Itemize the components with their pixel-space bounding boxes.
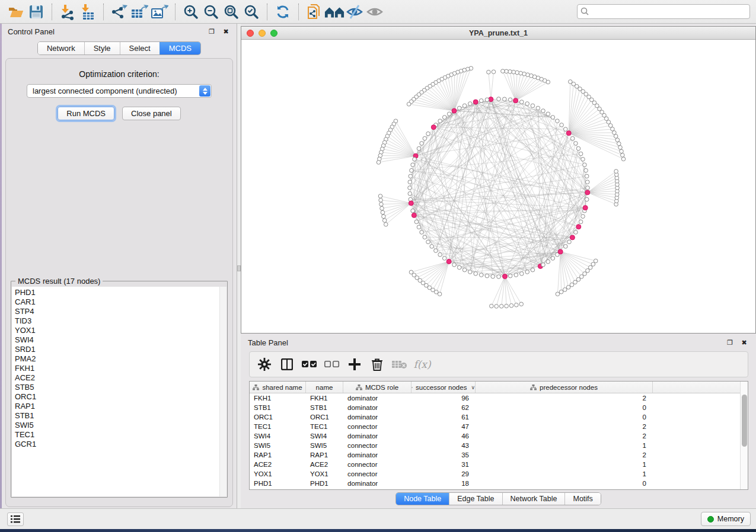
cell: 43 — [412, 441, 476, 450]
mcds-result-item[interactable]: CAR1 — [15, 297, 219, 307]
table-scrollbar-thumb[interactable] — [742, 395, 747, 447]
cell: STB1 — [250, 403, 306, 412]
zoom-fit-icon[interactable] — [221, 2, 241, 21]
panel-menu-button[interactable] — [7, 512, 24, 526]
control-panel-title: Control Panel — [8, 27, 202, 36]
show-column-panel-icon[interactable] — [276, 354, 298, 375]
optimization-criterion-dropdown[interactable]: largest connected component (undirected) — [27, 84, 212, 98]
cell: connector — [343, 441, 412, 450]
table-row[interactable]: PHD1PHD1dominator180 — [250, 479, 740, 488]
column-header-shared-name[interactable]: shared name — [250, 382, 306, 393]
hide-graphics-details-icon[interactable] — [344, 2, 365, 21]
mcds-result-item[interactable]: STP4 — [15, 307, 219, 316]
table-header-row: shared namenameMCDS rolesuccessor nodes∨… — [250, 382, 740, 393]
import-network-icon[interactable] — [58, 2, 78, 21]
table-row[interactable]: TEC1TEC1connector472 — [250, 422, 740, 431]
attribute-icon — [412, 384, 413, 390]
cell: ACE2 — [250, 460, 306, 469]
close-panel-button[interactable]: Close panel — [122, 107, 181, 120]
search-icon — [580, 7, 589, 16]
table-close-panel-icon[interactable]: ✖ — [739, 338, 749, 347]
export-network-icon[interactable] — [109, 2, 129, 21]
cell: SWI4 — [306, 431, 343, 441]
cell: dominator — [343, 450, 412, 460]
tab-select[interactable]: Select — [120, 42, 160, 55]
tab-style[interactable]: Style — [84, 42, 120, 55]
table-row[interactable]: ACE2ACE2connector311 — [250, 460, 740, 469]
run-mcds-button[interactable]: Run MCDS — [58, 107, 114, 120]
mcds-result-item[interactable]: SRD1 — [15, 345, 219, 354]
save-session-icon[interactable] — [26, 2, 46, 21]
search-input[interactable] — [577, 4, 750, 19]
mcds-result-item[interactable]: TID3 — [15, 316, 219, 326]
column-header-predecessor-nodes[interactable]: predecessor nodes — [476, 382, 653, 393]
table-float-panel-icon[interactable]: ❐ — [725, 338, 735, 347]
mcds-result-item[interactable]: TEC1 — [15, 430, 219, 440]
mcds-result-item[interactable]: PHD1 — [15, 288, 219, 297]
cell: 35 — [412, 450, 476, 460]
mcds-result-item[interactable]: STB1 — [15, 411, 219, 421]
table-row[interactable]: ORC1ORC1dominator610 — [250, 412, 740, 422]
mcds-result-item[interactable]: RAP1 — [15, 402, 219, 411]
window-minimize-icon[interactable] — [259, 30, 266, 37]
table-scrollbar[interactable] — [740, 382, 748, 489]
add-column-icon[interactable] — [343, 354, 366, 375]
table-row[interactable]: SWI4SWI4dominator462 — [250, 431, 740, 441]
table-row[interactable]: STB1STB1dominator620 — [250, 403, 740, 412]
network-window-titlebar[interactable]: YPA_prune.txt_1 — [241, 27, 755, 40]
window-close-icon[interactable] — [247, 30, 254, 37]
clone-network-icon[interactable] — [304, 2, 324, 21]
tab-edge-table[interactable]: Edge Table — [449, 493, 502, 505]
window-maximize-icon[interactable] — [270, 30, 277, 37]
memory-button[interactable]: Memory — [701, 512, 751, 526]
tab-node-table[interactable]: Node Table — [396, 493, 449, 505]
table-options-gear-icon[interactable] — [253, 354, 276, 375]
table-row[interactable]: FKH1FKH1dominator962 — [250, 393, 740, 403]
cell: 0 — [476, 403, 653, 412]
table-row[interactable]: SWI5SWI5connector431 — [250, 441, 740, 450]
attribute-icon — [356, 384, 362, 390]
toolbar-separator — [52, 4, 52, 20]
mcds-result-item[interactable]: GCR1 — [15, 440, 219, 449]
zoom-out-icon[interactable] — [201, 2, 221, 21]
tab-network-table[interactable]: Network Table — [502, 493, 565, 505]
cell: ACE2 — [306, 460, 343, 469]
mcds-result-item[interactable]: YOX1 — [15, 326, 219, 335]
column-header-name[interactable]: name — [306, 382, 343, 393]
zoom-selected-icon[interactable] — [241, 2, 261, 21]
column-header-successor-nodes[interactable]: successor nodes∨ — [412, 382, 476, 393]
mcds-result-item[interactable]: SWI5 — [15, 421, 219, 430]
mcds-result-item[interactable]: ORC1 — [15, 392, 219, 402]
mcds-list-scrollbar[interactable] — [219, 287, 227, 496]
column-header-MCDS-role[interactable]: MCDS role — [343, 382, 412, 393]
deselect-all-checks-icon[interactable] — [321, 354, 343, 375]
network-canvas[interactable] — [241, 40, 755, 333]
refresh-view-icon[interactable] — [273, 2, 293, 21]
select-all-checks-icon[interactable] — [298, 354, 321, 375]
import-table-icon[interactable] — [78, 2, 98, 21]
cell: dominator — [343, 403, 412, 412]
close-panel-icon[interactable]: ✖ — [221, 27, 231, 36]
mcds-result-list[interactable]: PHD1CAR1STP4TID3YOX1SWI4SRD1PMA2FKH1ACE2… — [12, 287, 219, 496]
export-table-icon[interactable] — [129, 2, 149, 21]
mcds-result-item[interactable]: SWI4 — [15, 335, 219, 345]
cell: 29 — [412, 469, 476, 479]
delete-column-icon[interactable] — [366, 354, 388, 375]
tab-network[interactable]: Network — [38, 42, 84, 55]
mcds-result-item[interactable]: STB5 — [15, 383, 219, 392]
float-panel-icon[interactable]: ❐ — [207, 27, 216, 36]
mcds-result-item[interactable]: FKH1 — [15, 364, 219, 373]
table-row[interactable]: RAP1RAP1dominator352 — [250, 450, 740, 460]
tab-motifs[interactable]: Motifs — [564, 493, 600, 505]
network-overview-icon[interactable] — [324, 2, 344, 21]
zoom-in-icon[interactable] — [181, 2, 201, 21]
cell: FKH1 — [306, 393, 343, 403]
tab-mcds[interactable]: MCDS — [160, 42, 200, 55]
status-bar: Memory — [0, 508, 756, 529]
open-file-icon[interactable] — [6, 2, 26, 21]
table-row[interactable]: YOX1YOX1connector291 — [250, 469, 740, 479]
mcds-result-item[interactable]: ACE2 — [15, 373, 219, 383]
export-image-icon[interactable] — [149, 2, 170, 21]
cell: RAP1 — [306, 450, 343, 460]
mcds-result-item[interactable]: PMA2 — [15, 354, 219, 364]
